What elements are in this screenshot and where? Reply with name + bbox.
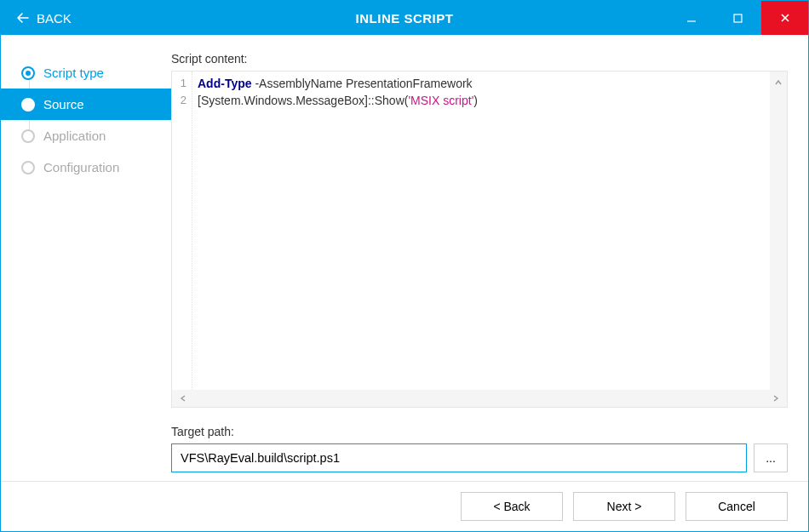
step-indicator-icon: [21, 161, 35, 174]
maximize-button[interactable]: [714, 1, 761, 35]
cancel-button[interactable]: Cancel: [686, 492, 788, 521]
horizontal-scrollbar[interactable]: [172, 390, 787, 407]
script-content-label: Script content:: [171, 52, 788, 66]
step-application[interactable]: Application: [1, 120, 171, 152]
browse-button[interactable]: ...: [754, 443, 788, 472]
chevron-left-icon: [179, 392, 187, 405]
step-indicator-icon: [21, 66, 35, 80]
next-nav-button[interactable]: Next >: [573, 492, 675, 521]
window-controls: [668, 1, 808, 35]
step-label: Configuration: [43, 160, 119, 174]
back-label: BACK: [37, 11, 72, 26]
step-label: Source: [43, 97, 84, 112]
step-indicator-icon: [21, 98, 35, 112]
close-button[interactable]: [761, 1, 808, 35]
inline-script-dialog: BACK INLINE SCRIPT Script type Source: [0, 0, 809, 532]
chevron-right-icon: [772, 392, 780, 405]
vertical-scrollbar[interactable]: [770, 72, 787, 390]
minimize-icon: [686, 13, 697, 23]
line-gutter: 1 2: [172, 72, 192, 390]
back-nav-button[interactable]: < Back: [461, 492, 563, 521]
close-icon: [780, 13, 790, 23]
step-label: Script type: [43, 66, 104, 80]
maximize-icon: [733, 14, 743, 23]
script-editor[interactable]: 1 2 Add-Type -AssemblyName PresentationF…: [171, 71, 788, 408]
dialog-footer: < Back Next > Cancel: [1, 481, 808, 531]
back-button[interactable]: BACK: [1, 1, 87, 35]
svg-rect-1: [734, 14, 742, 22]
chevron-up-icon: [774, 77, 783, 89]
target-path-input[interactable]: [171, 443, 747, 472]
dialog-title: INLINE SCRIPT: [356, 11, 454, 26]
target-path-label: Target path:: [171, 425, 788, 438]
step-source[interactable]: Source: [1, 89, 171, 120]
step-configuration[interactable]: Configuration: [1, 152, 171, 183]
titlebar: BACK INLINE SCRIPT: [1, 1, 808, 35]
step-script-type[interactable]: Script type: [1, 57, 171, 89]
step-indicator-icon: [21, 129, 35, 143]
minimize-button[interactable]: [668, 1, 714, 35]
wizard-steps: Script type Source Application Configura…: [1, 35, 171, 481]
arrow-left-icon: [16, 11, 30, 25]
step-label: Application: [43, 129, 106, 143]
code-area[interactable]: Add-Type -AssemblyName PresentationFrame…: [192, 72, 770, 390]
